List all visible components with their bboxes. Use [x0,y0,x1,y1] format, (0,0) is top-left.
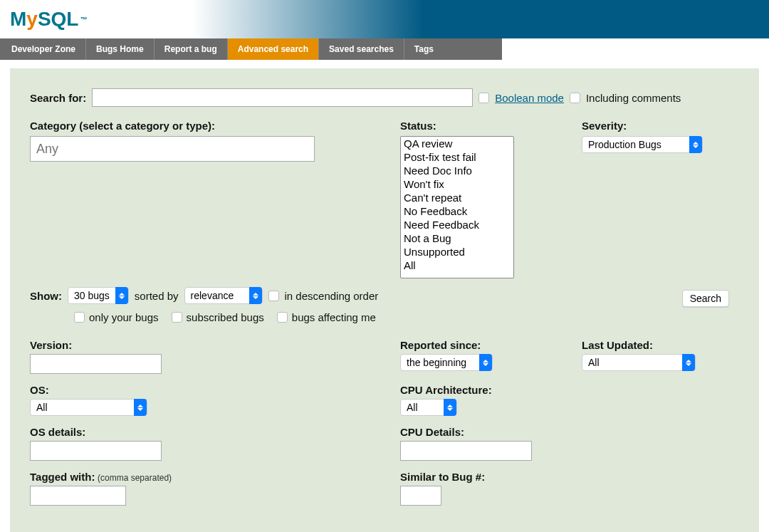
os-details-input[interactable] [30,441,162,461]
nav-tags[interactable]: Tags [404,38,444,60]
cpu-arch-select[interactable]: All [400,399,457,416]
including-comments-label: Including comments [586,92,681,104]
main-navbar: Developer Zone Bugs Home Report a bug Ad… [0,38,502,60]
nav-bugs-home[interactable]: Bugs Home [86,38,155,60]
search-for-label: Search for: [30,92,86,104]
similar-bug-input[interactable] [400,486,441,506]
bugs-affecting-me-label: bugs affecting me [292,311,376,323]
sorted-by-label: sorted by [135,290,179,302]
boolean-mode-link[interactable]: Boolean mode [495,92,564,104]
search-form-container: Search for: Boolean mode Including comme… [10,68,759,532]
show-count-value: 30 bugs [74,290,110,301]
status-option: Post-fix test fail [401,150,513,164]
reported-since-label: Reported since: [400,339,567,351]
boolean-mode-checkbox[interactable] [478,93,489,103]
sort-field-select[interactable]: relevance [184,287,263,304]
cpu-details-label: CPU Details: [400,426,567,438]
tagged-with-label: Tagged with: [30,471,95,483]
version-label: Version: [30,339,386,351]
tagged-with-hint: (comma separated) [98,473,172,483]
dropdown-arrows-icon [249,287,262,304]
nav-saved-searches[interactable]: Saved searches [319,38,404,60]
similar-bug-label: Similar to Bug #: [400,471,567,483]
status-option: Need Feedback [401,218,513,231]
show-count-select[interactable]: 30 bugs [68,287,129,304]
dropdown-arrows-icon [682,354,695,371]
severity-select[interactable]: Production Bugs [582,136,703,153]
nav-developer-zone[interactable]: Developer Zone [1,38,86,60]
status-option: Won't fix [401,177,513,191]
severity-selected: Production Bugs [588,139,661,150]
show-label: Show: [30,290,62,302]
including-comments-checkbox[interactable] [570,93,580,103]
only-your-bugs-checkbox[interactable] [74,312,85,323]
os-select[interactable]: All [30,399,147,416]
last-updated-select[interactable]: All [582,354,696,371]
category-input[interactable] [30,136,315,162]
only-your-bugs-label: only your bugs [89,311,159,323]
status-label: Status: [400,120,567,132]
dropdown-arrows-icon [134,399,147,416]
descending-checkbox[interactable] [268,291,279,301]
dropdown-arrows-icon [689,136,702,153]
subscribed-bugs-label: subscribed bugs [187,311,264,323]
reported-since-value: the beginning [407,357,466,368]
os-label: OS: [30,384,386,396]
sort-field-value: relevance [191,290,234,301]
subscribed-bugs-checkbox[interactable] [172,312,182,323]
bugs-affecting-me-checkbox[interactable] [277,312,288,323]
severity-label: Severity: [582,120,753,132]
reported-since-select[interactable]: the beginning [400,354,493,371]
last-updated-label: Last Updated: [582,339,753,351]
nav-report-a-bug[interactable]: Report a bug [155,38,228,60]
dropdown-arrows-icon [479,354,492,371]
cpu-arch-value: All [407,402,418,413]
tagged-with-input[interactable] [30,486,126,506]
status-option: All [401,259,513,272]
cpu-details-input[interactable] [400,441,532,461]
status-option: Not a Bug [401,231,513,245]
status-option: QA review [401,137,513,150]
mysql-logo: MySQL™ [10,8,87,31]
dropdown-arrows-icon [115,287,128,304]
status-option: Unsupported [401,245,513,259]
category-label: Category (select a category or type): [30,120,386,132]
status-option: Need Doc Info [401,164,513,177]
version-input[interactable] [30,354,162,374]
nav-advanced-search[interactable]: Advanced search [228,38,319,60]
cpu-arch-label: CPU Architecture: [400,384,567,396]
dropdown-arrows-icon [444,399,456,416]
search-input[interactable] [92,88,473,107]
status-listbox[interactable]: QA review Post-fix test fail Need Doc In… [400,136,514,278]
status-option: Can't repeat [401,191,513,204]
status-option: No Feedback [401,204,513,218]
header: MySQL™ [0,0,769,38]
os-value: All [36,402,48,413]
os-details-label: OS details: [30,426,386,438]
last-updated-value: All [588,357,600,368]
descending-label: in descending order [285,290,379,302]
search-button[interactable]: Search [682,290,729,307]
